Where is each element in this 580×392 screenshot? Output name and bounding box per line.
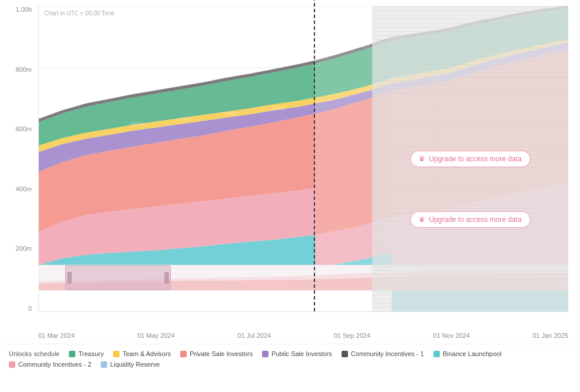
scrollbar-grip-right [164,272,169,284]
liquidity-label: Liquidity Reserve [110,361,160,368]
legend-public-sale: Public Sale Investors [262,350,332,357]
y-label-1b: 1.00b [15,6,32,13]
legend-row-1: Unlocks schedule Treasury Team & Advisor… [9,350,571,357]
x-label-nov: 01 Nov 2024 [433,332,470,339]
legend-row-2: Community Incentives - 2 Liquidity Reser… [9,361,571,368]
community2-dot [9,361,15,368]
binance-dot [433,351,440,357]
unlocks-schedule-label: Unlocks schedule [9,350,59,357]
team-dot [113,351,120,357]
svg-rect-24 [271,107,286,110]
legend-treasury: Treasury [69,350,104,357]
legend: Unlocks schedule Treasury Team & Advisor… [0,344,580,392]
chart-info-label: Chart in UTC + 00:00 Time [42,9,117,18]
crown-icon: ♛ [419,155,425,163]
upgrade-badge-bottom[interactable]: ♛ Upgrade to access more data [410,211,530,228]
community1-dot [342,351,348,357]
upgrade-text-top: Upgrade to access more data [429,155,521,163]
y-label-400m: 400m [15,185,32,192]
legend-community-1: Community Incentives - 1 [342,350,424,357]
legend-unlocks-label: Unlocks schedule [9,350,59,357]
x-axis: 01 Mar 2024 01 May 2024 01 Jul 2024 01 S… [38,330,568,341]
scrollbar-grip-left [67,272,72,284]
chart-container: 1.00b 800m 600m 400m 200m 0 Chart in UTC… [0,0,580,341]
today-line: Today [314,0,315,311]
y-label-800m: 800m [15,66,32,73]
private-label: Private Sale Investors [190,350,253,357]
legend-team: Team & Advisors [113,350,171,357]
svg-rect-22 [177,118,192,121]
binance-label: Binance Launchpool [443,350,502,357]
private-dot [180,351,187,357]
upgrade-overlay: ♛ Upgrade to access more data ♛ Upgrade … [372,6,568,311]
svg-rect-23 [224,112,239,116]
scrollbar-handle[interactable] [65,265,171,290]
legend-community-2: Community Incentives - 2 [9,361,91,368]
x-label-mar: 01 Mar 2024 [38,332,75,339]
y-label-600m: 600m [15,125,32,132]
community1-label: Community Incentives - 1 [351,350,424,357]
upgrade-text-bottom: Upgrade to access more data [429,215,521,224]
x-label-sep: 01 Sep 2024 [334,332,370,339]
public-label: Public Sale Investors [271,350,332,357]
y-label-200m: 200m [15,245,32,252]
crown-icon-2: ♛ [419,215,425,224]
y-label-0: 0 [28,305,32,312]
x-label-jan: 01 Jan 2025 [532,332,568,339]
x-label-may: 01 May 2024 [137,332,175,339]
y-axis: 1.00b 800m 600m 400m 200m 0 [0,6,35,312]
legend-liquidity: Liquidity Reserve [101,361,160,368]
public-dot [262,351,269,357]
svg-rect-21 [130,122,145,125]
community2-label: Community Incentives - 2 [18,361,91,368]
x-label-jul: 01 Jul 2024 [237,332,271,339]
legend-private-sale: Private Sale Investors [180,350,253,357]
upgrade-badge-top[interactable]: ♛ Upgrade to access more data [410,151,530,167]
treasury-dot [69,351,75,357]
legend-binance: Binance Launchpool [433,350,502,357]
treasury-label: Treasury [78,350,104,357]
liquidity-dot [101,361,107,368]
team-label: Team & Advisors [122,350,171,357]
